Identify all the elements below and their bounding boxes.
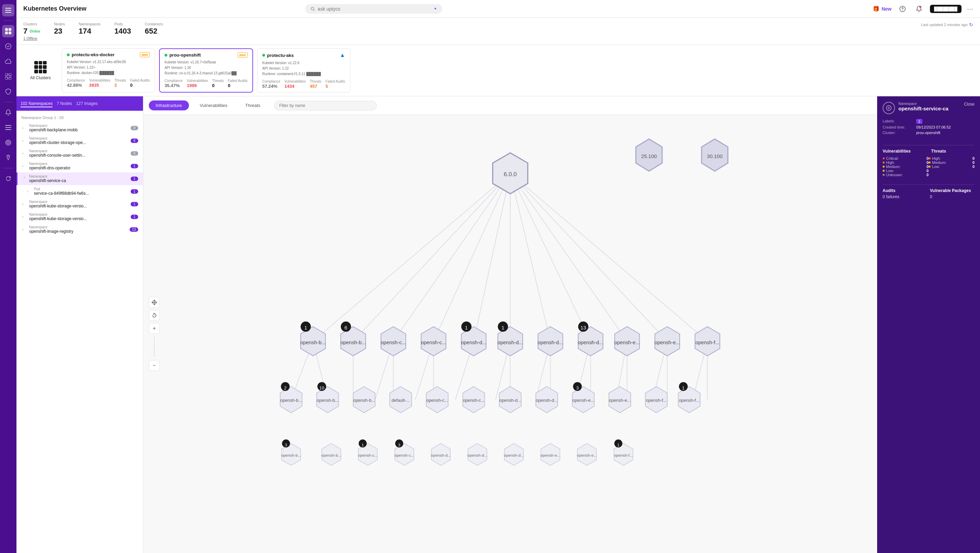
metric-low: Low: 0 bbox=[883, 169, 929, 173]
list-item[interactable]: › Namespace openshift-backplane-mobb 0 bbox=[16, 122, 143, 134]
sidebar-item-dashboard[interactable] bbox=[2, 25, 14, 37]
sidebar-item-refresh[interactable] bbox=[2, 172, 14, 185]
help-button[interactable] bbox=[897, 3, 908, 14]
graph-node-l2-4[interactable]: opensh-c... bbox=[426, 386, 448, 413]
rp-header: Namespace openshift-service-ca Close bbox=[883, 102, 975, 114]
sidebar-item-cloud[interactable] bbox=[2, 55, 14, 68]
sidebar-menu-icon[interactable] bbox=[2, 4, 14, 16]
search-bar[interactable]: ✦ bbox=[305, 4, 442, 14]
svg-line-33 bbox=[510, 173, 707, 341]
threat-medium-dot bbox=[929, 162, 931, 164]
sidebar-item-pin[interactable] bbox=[2, 151, 14, 164]
list-item[interactable]: › Namespace openshift-console-user-setti… bbox=[16, 147, 143, 160]
graph-node-l1-1[interactable]: opensh-b... 6 bbox=[340, 322, 366, 356]
tab-images[interactable]: 127 Images bbox=[76, 100, 98, 107]
cluster-header-1: prou-openshift aws bbox=[165, 52, 248, 57]
header-actions: 🎁 New ████████ ⋯ bbox=[873, 3, 973, 14]
sidebar-item-grid[interactable] bbox=[2, 70, 14, 83]
list-item[interactable]: › Namespace openshift-image-registry 13 bbox=[16, 223, 143, 236]
graph-node-l1-5[interactable]: opensh-d... 1 bbox=[498, 322, 523, 356]
graph-node-l1-2[interactable]: opensh-c... bbox=[380, 327, 406, 356]
svg-text:30.100: 30.100 bbox=[707, 154, 723, 159]
tab-threats[interactable]: Threats bbox=[238, 100, 267, 110]
tab-nodes[interactable]: 7 Nodes bbox=[57, 100, 72, 107]
graph-node-l3-8[interactable]: opensh-e... bbox=[577, 443, 597, 466]
graph-node-l2-9[interactable]: opensh-e... bbox=[609, 386, 631, 413]
graph-node-l1-6[interactable]: opensh-d... bbox=[538, 327, 563, 356]
graph-node-l1-0[interactable]: opensh-b... 1 bbox=[301, 322, 326, 356]
sidebar-item-security[interactable] bbox=[2, 85, 14, 98]
graph-node-l2-11[interactable]: opensh-f... 1 bbox=[678, 382, 700, 413]
offline-link[interactable]: 1 Offline bbox=[23, 37, 40, 40]
notification-button[interactable] bbox=[913, 3, 924, 14]
graph-node-root[interactable]: 6.0.0 bbox=[493, 153, 528, 194]
graph-node-l2-6[interactable]: opensh-d... bbox=[499, 386, 521, 413]
graph-node-t1[interactable]: 25.100 bbox=[636, 139, 662, 171]
sidebar-item-list[interactable] bbox=[2, 121, 14, 134]
sidebar-item-target[interactable] bbox=[2, 137, 14, 149]
sidebar-divider-1 bbox=[3, 21, 13, 21]
search-input[interactable] bbox=[318, 6, 431, 12]
sidebar-item-bell[interactable] bbox=[2, 106, 14, 119]
graph-node-l3-7[interactable]: opensh-e... bbox=[540, 443, 561, 466]
graph-node-l1-10[interactable]: opensh-f... bbox=[695, 327, 720, 356]
graph-node-l3-6[interactable]: opensh-d... bbox=[504, 443, 524, 466]
graph-node-l2-1[interactable]: opensh-b... 10 bbox=[317, 382, 339, 413]
svg-text:opensh-d...: opensh-d... bbox=[536, 398, 558, 403]
graph-node-t2[interactable]: 30.100 bbox=[702, 139, 728, 171]
graph-node-l1-8[interactable]: opensh-e... bbox=[614, 327, 640, 356]
ns-item-info: Namespace openshift-backplane-mobb bbox=[29, 124, 130, 132]
refresh-icon[interactable]: ↻ bbox=[969, 22, 973, 27]
graph-node-l1-9[interactable]: opensh-e... bbox=[655, 327, 680, 356]
svg-text:opensh-e...: opensh-e... bbox=[609, 398, 631, 403]
graph-node-l3-2[interactable]: opensh-c... 1 bbox=[358, 440, 378, 466]
svg-text:opensh-b...: opensh-b... bbox=[340, 340, 366, 345]
graph-node-l2-7[interactable]: opensh-d... bbox=[536, 386, 558, 413]
sidebar-item-alerts[interactable] bbox=[2, 40, 14, 52]
chevron-right-icon: › bbox=[22, 139, 26, 143]
graph-node-l2-3[interactable]: default-... bbox=[390, 386, 412, 413]
close-button[interactable]: Close bbox=[964, 102, 975, 106]
graph-node-l1-7[interactable]: opensh-d... 13 bbox=[578, 322, 603, 356]
cluster-card-2[interactable]: protectu-aks ▲ Kubelet Version: v1.22.6 … bbox=[257, 48, 350, 92]
tab-vulnerabilities[interactable]: Vulnerabilities bbox=[193, 100, 234, 110]
graph-node-l2-0[interactable]: opensh-b... 2 bbox=[280, 382, 302, 413]
zoom-in-control[interactable]: + bbox=[149, 323, 160, 334]
all-clusters-card[interactable]: All Clusters bbox=[23, 48, 57, 92]
svg-text:opensh-b...: opensh-b... bbox=[353, 398, 375, 403]
reset-control[interactable] bbox=[149, 310, 160, 321]
pan-control[interactable] bbox=[149, 297, 160, 308]
new-button[interactable]: 🎁 New bbox=[873, 5, 891, 12]
graph-node-l3-5[interactable]: opensh-d... bbox=[468, 443, 488, 466]
zoom-out-control[interactable]: − bbox=[149, 360, 160, 371]
graph-node-l2-5[interactable]: opensh-c... bbox=[463, 386, 485, 413]
svg-text:opensh-d...: opensh-d... bbox=[431, 453, 451, 458]
graph-node-l1-3[interactable]: opensh-c... bbox=[421, 327, 446, 356]
more-options-button[interactable]: ⋯ bbox=[967, 5, 973, 13]
list-item[interactable]: › Namespace openshift-kube-storage-versi… bbox=[16, 198, 143, 210]
graph-node-l3-0[interactable]: opensh-b... 3 bbox=[281, 440, 301, 466]
viz-tabs: Infrastructure Vulnerabilities Threats bbox=[143, 96, 877, 115]
graph-node-l3-9[interactable]: opensh-f... 1 bbox=[614, 440, 633, 466]
filter-input[interactable] bbox=[274, 101, 377, 110]
graph-node-l3-1[interactable]: opensh-b... bbox=[321, 443, 342, 466]
cluster-card-1[interactable]: prou-openshift aws Kubelet Version: v1.2… bbox=[159, 48, 253, 92]
list-item[interactable]: › Namespace openshift-kube-storage-versi… bbox=[16, 210, 143, 223]
tab-infrastructure[interactable]: Infrastructure bbox=[149, 100, 189, 110]
graph-node-l3-3[interactable]: opensh-c... 3 bbox=[395, 440, 414, 466]
list-item[interactable]: › Namespace openshift-service-ca 1 bbox=[16, 172, 143, 185]
tab-namespaces[interactable]: 102 Namespaces bbox=[21, 100, 52, 107]
graph-node-l2-2[interactable]: opensh-b... bbox=[353, 386, 375, 413]
list-item[interactable]: › Namespace openshift-cluster-storage-op… bbox=[16, 134, 143, 147]
cluster-card-0[interactable]: protectu-eks-docker aws Kubelet Version:… bbox=[62, 48, 155, 92]
graph-node-l1-4[interactable]: opensh-d... 1 bbox=[461, 322, 487, 356]
user-avatar[interactable]: ████████ bbox=[930, 5, 961, 13]
cluster-header-2: protectu-aks ▲ bbox=[262, 52, 345, 58]
graph-node-l3-4[interactable]: opensh-d... bbox=[431, 443, 451, 466]
network-graph[interactable]: 6.0.0 25.100 30.100 bbox=[143, 115, 877, 553]
graph-node-l2-8[interactable]: opensh-e... 3 bbox=[572, 382, 594, 413]
list-item[interactable]: › Pod service-ca-849f88db94-fw6s... 1 bbox=[16, 185, 143, 198]
list-item[interactable]: › Namespace openshift-dns-operator 1 bbox=[16, 160, 143, 172]
zoom-slider[interactable] bbox=[154, 337, 154, 357]
graph-node-l2-10[interactable]: opensh-f... bbox=[645, 386, 667, 413]
